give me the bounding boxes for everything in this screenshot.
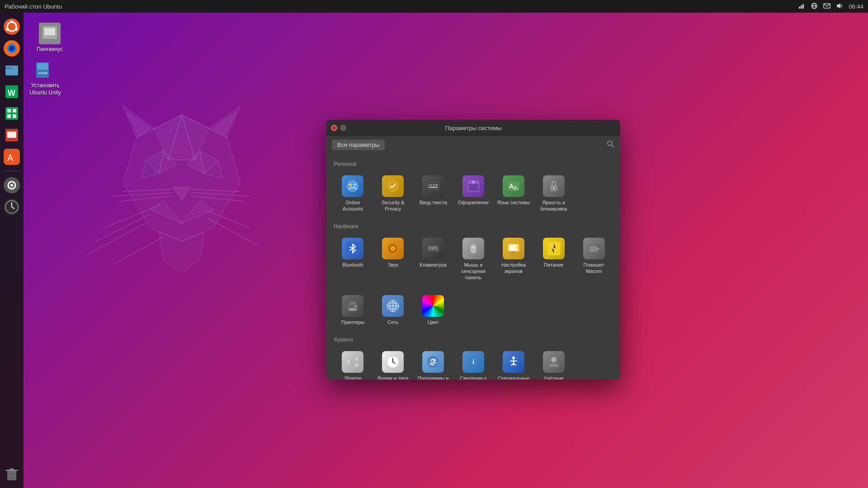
dock-item-files[interactable] — [2, 61, 21, 80]
svg-marker-128 — [141, 160, 159, 178]
dock-item-firefox[interactable] — [2, 39, 21, 58]
sharing-label: Sharing — [344, 375, 361, 380]
updates-icon — [422, 351, 444, 373]
svg-rect-40 — [44, 28, 55, 35]
svg-rect-17 — [5, 67, 12, 69]
svg-rect-2 — [802, 4, 804, 9]
svg-marker-129 — [159, 151, 177, 174]
svg-marker-120 — [123, 106, 155, 137]
settings-item-language[interactable]: Aあ Язык системы — [494, 172, 533, 216]
updates-label: Программы и обновления — [416, 375, 451, 380]
settings-item-network[interactable]: Сеть — [374, 291, 412, 329]
dock-item-settings[interactable] — [2, 176, 21, 195]
globe-icon — [811, 2, 818, 11]
settings-item-brightness[interactable]: Яркость и блокировка — [534, 172, 573, 216]
svg-rect-94 — [349, 302, 356, 305]
displays-icon — [503, 238, 524, 259]
wacom-label: Планшет Wacom — [576, 262, 611, 275]
svg-point-118 — [551, 357, 557, 362]
dock-item-ubuntu[interactable] — [2, 17, 21, 36]
desktop-icon-install[interactable]: Install УстановитьUbuntu Unity — [27, 59, 63, 96]
svg-point-50 — [349, 183, 352, 186]
settings-item-accessibility[interactable]: Специальные возможности — [494, 347, 533, 380]
svg-line-139 — [191, 189, 241, 192]
hardware-grid-2: Принтеры Сеть Цвет — [334, 291, 613, 329]
datetime-icon — [382, 351, 404, 373]
svg-rect-76 — [436, 247, 437, 248]
color-icon — [422, 295, 444, 317]
settings-item-keyboard[interactable]: Клавиатура — [414, 234, 453, 285]
svg-rect-59 — [468, 184, 478, 191]
appearance-label: Оформление — [458, 199, 489, 206]
settings-item-color[interactable]: Цвет — [414, 291, 453, 329]
svg-point-97 — [355, 305, 357, 307]
settings-item-wacom[interactable]: Планшет Wacom — [575, 234, 613, 285]
svg-rect-75 — [434, 247, 435, 248]
dock-item-calc[interactable] — [2, 104, 21, 123]
wacom-icon — [583, 238, 605, 259]
settings-item-displays[interactable]: Настройка экранов — [494, 234, 533, 285]
dock-item-writer[interactable]: W — [2, 82, 21, 101]
window-close-button[interactable] — [331, 125, 337, 131]
svg-rect-85 — [512, 252, 515, 253]
svg-line-145 — [87, 223, 146, 255]
desktop-icon-pingvinus-label: Пингвинус — [37, 46, 63, 53]
svg-rect-55 — [433, 184, 434, 186]
svg-rect-91 — [589, 246, 597, 252]
settings-item-datetime[interactable]: Время и дата — [374, 347, 412, 380]
settings-item-appearance[interactable]: Оформление — [454, 172, 493, 216]
clock-display: 06:44 — [849, 3, 863, 10]
security-label: Security & Privacy — [376, 199, 410, 212]
settings-item-sysinfo[interactable]: i Сведения о системе — [454, 347, 493, 380]
power-label: Питание — [544, 262, 563, 268]
svg-marker-131 — [204, 160, 222, 178]
settings-item-security[interactable]: Security & Privacy — [374, 172, 412, 216]
accounts-icon — [543, 351, 565, 373]
window-title: Параметры системы — [445, 125, 502, 131]
settings-item-power[interactable]: Питание — [534, 234, 573, 285]
printers-icon — [342, 295, 363, 317]
svg-line-147 — [204, 210, 250, 228]
settings-window: Параметры системы Все параметры Personal… — [326, 120, 620, 380]
svg-text:i: i — [472, 358, 474, 366]
volume-icon — [836, 2, 843, 11]
svg-line-148 — [209, 219, 259, 246]
window-minimize-button[interactable] — [340, 125, 346, 131]
window-titlebar: Параметры системы — [326, 120, 620, 136]
svg-rect-22 — [13, 109, 16, 113]
text-input-icon — [422, 175, 444, 197]
svg-line-143 — [105, 205, 159, 228]
svg-rect-16 — [5, 66, 18, 75]
settings-item-accounts[interactable]: Учётные записи — [534, 347, 573, 380]
settings-item-mouse[interactable]: Мышь и сенсорная панель — [454, 234, 493, 285]
keyboard-label: Клавиатура — [420, 262, 447, 268]
settings-item-sound[interactable]: Звук — [374, 234, 412, 285]
settings-item-printers[interactable]: Принтеры — [334, 291, 372, 329]
settings-item-updates[interactable]: Программы и обновления — [414, 347, 453, 380]
svg-rect-73 — [430, 247, 432, 248]
dock-item-trash[interactable] — [2, 465, 21, 483]
sound-label: Звук — [388, 262, 398, 268]
all-settings-button[interactable]: Все параметры — [332, 140, 385, 150]
network-label: Сеть — [387, 319, 398, 325]
svg-point-49 — [347, 181, 358, 192]
settings-item-bluetooth[interactable]: Bluetooth — [334, 234, 372, 285]
svg-rect-74 — [432, 247, 434, 248]
dock-item-appstore[interactable]: A — [2, 147, 21, 166]
settings-item-sharing[interactable]: Sharing — [334, 347, 372, 380]
svg-rect-53 — [429, 184, 430, 186]
security-icon — [382, 175, 404, 197]
svg-rect-114 — [430, 362, 436, 363]
color-label: Цвет — [428, 319, 439, 325]
svg-line-146 — [114, 237, 164, 264]
sharing-icon — [342, 351, 363, 373]
svg-marker-132 — [186, 151, 204, 174]
svg-line-48 — [612, 145, 614, 147]
settings-item-online-accounts[interactable]: Online Accounts — [334, 172, 372, 216]
hardware-grid: Bluetooth Звук Клавиатура — [334, 234, 613, 285]
dock-item-clock[interactable] — [2, 197, 21, 216]
desktop-icon-pingvinus[interactable]: Пингвинус — [32, 23, 68, 53]
dock-item-impress[interactable] — [2, 126, 21, 145]
svg-point-112 — [427, 356, 439, 368]
settings-item-text-input[interactable]: Ввод текста — [414, 172, 453, 216]
